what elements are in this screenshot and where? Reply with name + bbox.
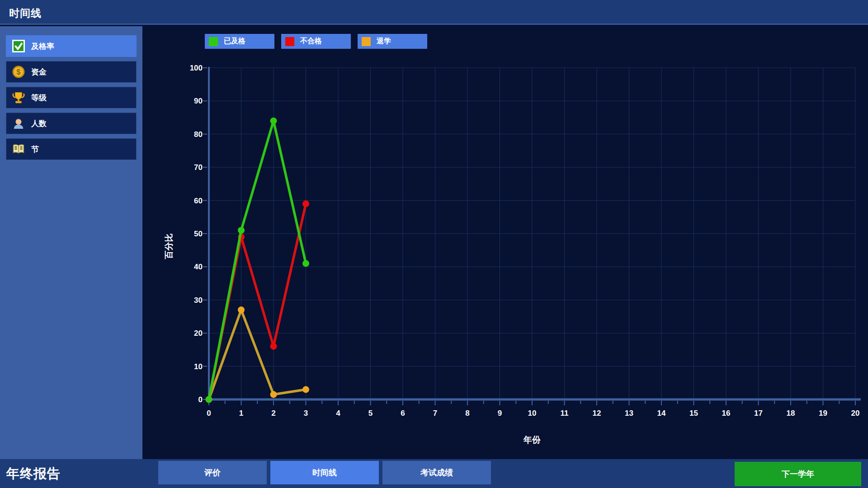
x-tick-label: 5: [368, 409, 373, 418]
person-icon: [12, 117, 25, 130]
sidebar-item-label: 资金: [31, 67, 47, 77]
y-tick-label: 50: [194, 230, 203, 238]
tab-评价[interactable]: 评价: [158, 461, 267, 484]
sidebar-item[interactable]: 等级: [6, 87, 137, 108]
data-point: [270, 343, 277, 350]
x-tick-label: 14: [657, 409, 666, 418]
x-tick-label: 20: [851, 409, 860, 418]
x-tick-label: 12: [593, 409, 601, 418]
book-icon: [12, 142, 25, 156]
sidebar: 及格率$资金等级人数节: [0, 26, 142, 459]
data-point: [270, 391, 277, 398]
x-tick-label: 3: [304, 409, 308, 418]
y-tick-label: 10: [194, 362, 203, 371]
footer-bar: 年终报告 评价时间线考试成绩 下一学年: [0, 459, 868, 488]
x-tick-label: 18: [787, 409, 795, 418]
x-tick-label: 19: [819, 409, 827, 418]
x-tick-label: 6: [401, 409, 405, 418]
series-line: [209, 204, 306, 399]
tab-时间线[interactable]: 时间线: [270, 461, 379, 484]
data-point: [238, 306, 245, 313]
sidebar-item-label: 节: [31, 144, 39, 155]
x-tick-label: 16: [722, 409, 731, 418]
x-tick-label: 2: [271, 409, 275, 418]
x-tick-label: 9: [498, 409, 502, 418]
sidebar-item[interactable]: $资金: [6, 61, 137, 83]
footer-tabs: 评价时间线考试成绩: [158, 461, 491, 484]
svg-text:$: $: [17, 68, 21, 76]
y-tick-label: 60: [194, 197, 203, 205]
y-tick-label: 90: [194, 97, 203, 105]
sidebar-item-label: 及格率: [31, 41, 54, 52]
y-tick-label: 80: [194, 130, 203, 139]
page-title: 时间线: [9, 6, 42, 20]
x-tick-label: 8: [465, 409, 469, 418]
x-tick-label: 17: [754, 409, 763, 418]
sidebar-item-label: 人数: [31, 118, 47, 129]
x-tick-label: 0: [207, 409, 211, 418]
y-tick-label: 100: [190, 64, 203, 72]
y-tick-label: 0: [198, 395, 203, 404]
x-axis-label: 年份: [487, 434, 577, 446]
x-tick-label: 15: [689, 409, 698, 418]
data-point: [238, 227, 245, 234]
x-tick-label: 11: [561, 409, 569, 418]
y-tick-label: 40: [194, 263, 203, 271]
data-point: [302, 386, 309, 393]
x-tick-label: 4: [336, 409, 340, 418]
report-title: 年终报告: [6, 459, 61, 488]
header-bar: 时间线: [0, 0, 868, 25]
y-tick-label: 20: [194, 329, 203, 338]
sidebar-item-label: 等级: [31, 93, 47, 103]
data-point: [270, 117, 277, 124]
trophy-icon: [12, 91, 25, 104]
tab-考试成绩[interactable]: 考试成绩: [382, 461, 491, 484]
data-point: [302, 200, 309, 207]
checkbox-icon: [12, 39, 25, 53]
coin-icon: $: [12, 65, 25, 79]
data-point: [302, 260, 309, 267]
y-axis-label: 百分比: [163, 219, 173, 273]
y-tick-label: 30: [194, 296, 203, 305]
x-tick-label: 10: [528, 409, 537, 418]
x-tick-label: 13: [625, 409, 633, 418]
sidebar-item[interactable]: 节: [6, 138, 137, 160]
y-tick-label: 70: [194, 163, 203, 172]
chart-area: 已及格不合格退学 0123456789101112131415161718192…: [142, 26, 868, 459]
data-point: [206, 396, 212, 403]
x-tick-label: 7: [433, 409, 437, 418]
timeline-chart: 0123456789101112131415161718192001020304…: [142, 26, 868, 459]
next-year-button[interactable]: 下一学年: [735, 462, 861, 486]
x-tick-label: 1: [239, 409, 243, 418]
sidebar-item[interactable]: 及格率: [6, 35, 137, 57]
sidebar-item[interactable]: 人数: [6, 113, 137, 134]
